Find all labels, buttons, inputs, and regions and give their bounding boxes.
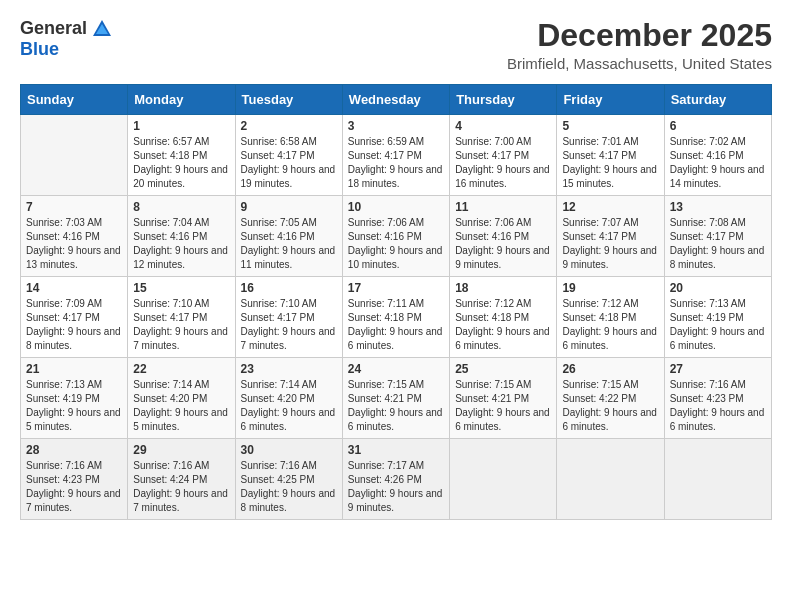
day-number: 16 [241,281,337,295]
day-number: 17 [348,281,444,295]
day-info: Sunrise: 7:12 AMSunset: 4:18 PMDaylight:… [562,297,658,353]
calendar-cell: 19Sunrise: 7:12 AMSunset: 4:18 PMDayligh… [557,277,664,358]
calendar-cell: 13Sunrise: 7:08 AMSunset: 4:17 PMDayligh… [664,196,771,277]
calendar-table: SundayMondayTuesdayWednesdayThursdayFrid… [20,84,772,520]
calendar-week-row: 28Sunrise: 7:16 AMSunset: 4:23 PMDayligh… [21,439,772,520]
calendar-cell: 22Sunrise: 7:14 AMSunset: 4:20 PMDayligh… [128,358,235,439]
day-info: Sunrise: 7:16 AMSunset: 4:23 PMDaylight:… [26,459,122,515]
day-info: Sunrise: 7:10 AMSunset: 4:17 PMDaylight:… [241,297,337,353]
day-info: Sunrise: 7:02 AMSunset: 4:16 PMDaylight:… [670,135,766,191]
calendar-cell: 16Sunrise: 7:10 AMSunset: 4:17 PMDayligh… [235,277,342,358]
day-number: 31 [348,443,444,457]
day-info: Sunrise: 6:59 AMSunset: 4:17 PMDaylight:… [348,135,444,191]
day-info: Sunrise: 7:14 AMSunset: 4:20 PMDaylight:… [133,378,229,434]
header-sunday: Sunday [21,85,128,115]
calendar-cell: 7Sunrise: 7:03 AMSunset: 4:16 PMDaylight… [21,196,128,277]
day-info: Sunrise: 7:17 AMSunset: 4:26 PMDaylight:… [348,459,444,515]
page-subtitle: Brimfield, Massachusetts, United States [507,55,772,72]
day-info: Sunrise: 7:07 AMSunset: 4:17 PMDaylight:… [562,216,658,272]
day-info: Sunrise: 7:16 AMSunset: 4:24 PMDaylight:… [133,459,229,515]
page-header: General Blue December 2025 Brimfield, Ma… [20,18,772,72]
day-number: 21 [26,362,122,376]
day-info: Sunrise: 7:09 AMSunset: 4:17 PMDaylight:… [26,297,122,353]
day-info: Sunrise: 7:06 AMSunset: 4:16 PMDaylight:… [348,216,444,272]
calendar-week-row: 21Sunrise: 7:13 AMSunset: 4:19 PMDayligh… [21,358,772,439]
day-number: 13 [670,200,766,214]
day-number: 26 [562,362,658,376]
day-number: 27 [670,362,766,376]
day-info: Sunrise: 7:03 AMSunset: 4:16 PMDaylight:… [26,216,122,272]
calendar-header-row: SundayMondayTuesdayWednesdayThursdayFrid… [21,85,772,115]
calendar-week-row: 14Sunrise: 7:09 AMSunset: 4:17 PMDayligh… [21,277,772,358]
calendar-week-row: 1Sunrise: 6:57 AMSunset: 4:18 PMDaylight… [21,115,772,196]
day-number: 18 [455,281,551,295]
calendar-cell: 27Sunrise: 7:16 AMSunset: 4:23 PMDayligh… [664,358,771,439]
day-number: 30 [241,443,337,457]
day-number: 15 [133,281,229,295]
header-monday: Monday [128,85,235,115]
calendar-cell: 23Sunrise: 7:14 AMSunset: 4:20 PMDayligh… [235,358,342,439]
day-number: 4 [455,119,551,133]
calendar-cell: 6Sunrise: 7:02 AMSunset: 4:16 PMDaylight… [664,115,771,196]
logo-blue-text: Blue [20,40,113,60]
day-info: Sunrise: 7:04 AMSunset: 4:16 PMDaylight:… [133,216,229,272]
day-number: 8 [133,200,229,214]
calendar-cell: 2Sunrise: 6:58 AMSunset: 4:17 PMDaylight… [235,115,342,196]
day-number: 14 [26,281,122,295]
day-number: 19 [562,281,658,295]
day-info: Sunrise: 6:58 AMSunset: 4:17 PMDaylight:… [241,135,337,191]
day-number: 20 [670,281,766,295]
calendar-cell: 25Sunrise: 7:15 AMSunset: 4:21 PMDayligh… [450,358,557,439]
day-number: 28 [26,443,122,457]
day-info: Sunrise: 7:13 AMSunset: 4:19 PMDaylight:… [26,378,122,434]
day-info: Sunrise: 7:13 AMSunset: 4:19 PMDaylight:… [670,297,766,353]
day-number: 23 [241,362,337,376]
day-info: Sunrise: 7:06 AMSunset: 4:16 PMDaylight:… [455,216,551,272]
page-title: December 2025 [507,18,772,53]
calendar-cell: 15Sunrise: 7:10 AMSunset: 4:17 PMDayligh… [128,277,235,358]
day-info: Sunrise: 7:10 AMSunset: 4:17 PMDaylight:… [133,297,229,353]
day-number: 24 [348,362,444,376]
calendar-cell: 28Sunrise: 7:16 AMSunset: 4:23 PMDayligh… [21,439,128,520]
day-info: Sunrise: 6:57 AMSunset: 4:18 PMDaylight:… [133,135,229,191]
calendar-week-row: 7Sunrise: 7:03 AMSunset: 4:16 PMDaylight… [21,196,772,277]
calendar-cell: 31Sunrise: 7:17 AMSunset: 4:26 PMDayligh… [342,439,449,520]
calendar-cell [664,439,771,520]
day-number: 2 [241,119,337,133]
logo-general-text: General [20,19,87,39]
day-number: 9 [241,200,337,214]
calendar-cell: 21Sunrise: 7:13 AMSunset: 4:19 PMDayligh… [21,358,128,439]
day-info: Sunrise: 7:14 AMSunset: 4:20 PMDaylight:… [241,378,337,434]
title-area: December 2025 Brimfield, Massachusetts, … [507,18,772,72]
day-number: 6 [670,119,766,133]
day-info: Sunrise: 7:00 AMSunset: 4:17 PMDaylight:… [455,135,551,191]
day-info: Sunrise: 7:01 AMSunset: 4:17 PMDaylight:… [562,135,658,191]
calendar-cell: 9Sunrise: 7:05 AMSunset: 4:16 PMDaylight… [235,196,342,277]
calendar-cell: 1Sunrise: 6:57 AMSunset: 4:18 PMDaylight… [128,115,235,196]
calendar-cell: 10Sunrise: 7:06 AMSunset: 4:16 PMDayligh… [342,196,449,277]
header-saturday: Saturday [664,85,771,115]
calendar-cell: 12Sunrise: 7:07 AMSunset: 4:17 PMDayligh… [557,196,664,277]
day-info: Sunrise: 7:16 AMSunset: 4:25 PMDaylight:… [241,459,337,515]
day-info: Sunrise: 7:11 AMSunset: 4:18 PMDaylight:… [348,297,444,353]
day-number: 5 [562,119,658,133]
day-info: Sunrise: 7:12 AMSunset: 4:18 PMDaylight:… [455,297,551,353]
day-info: Sunrise: 7:15 AMSunset: 4:21 PMDaylight:… [348,378,444,434]
calendar-cell: 5Sunrise: 7:01 AMSunset: 4:17 PMDaylight… [557,115,664,196]
calendar-cell: 20Sunrise: 7:13 AMSunset: 4:19 PMDayligh… [664,277,771,358]
calendar-cell: 26Sunrise: 7:15 AMSunset: 4:22 PMDayligh… [557,358,664,439]
day-info: Sunrise: 7:08 AMSunset: 4:17 PMDaylight:… [670,216,766,272]
calendar-cell: 11Sunrise: 7:06 AMSunset: 4:16 PMDayligh… [450,196,557,277]
calendar-cell: 18Sunrise: 7:12 AMSunset: 4:18 PMDayligh… [450,277,557,358]
day-number: 29 [133,443,229,457]
logo-icon [91,18,113,40]
day-info: Sunrise: 7:16 AMSunset: 4:23 PMDaylight:… [670,378,766,434]
header-tuesday: Tuesday [235,85,342,115]
calendar-cell: 30Sunrise: 7:16 AMSunset: 4:25 PMDayligh… [235,439,342,520]
calendar-cell [450,439,557,520]
day-info: Sunrise: 7:15 AMSunset: 4:22 PMDaylight:… [562,378,658,434]
calendar-cell: 8Sunrise: 7:04 AMSunset: 4:16 PMDaylight… [128,196,235,277]
calendar-cell: 29Sunrise: 7:16 AMSunset: 4:24 PMDayligh… [128,439,235,520]
day-number: 10 [348,200,444,214]
day-number: 3 [348,119,444,133]
